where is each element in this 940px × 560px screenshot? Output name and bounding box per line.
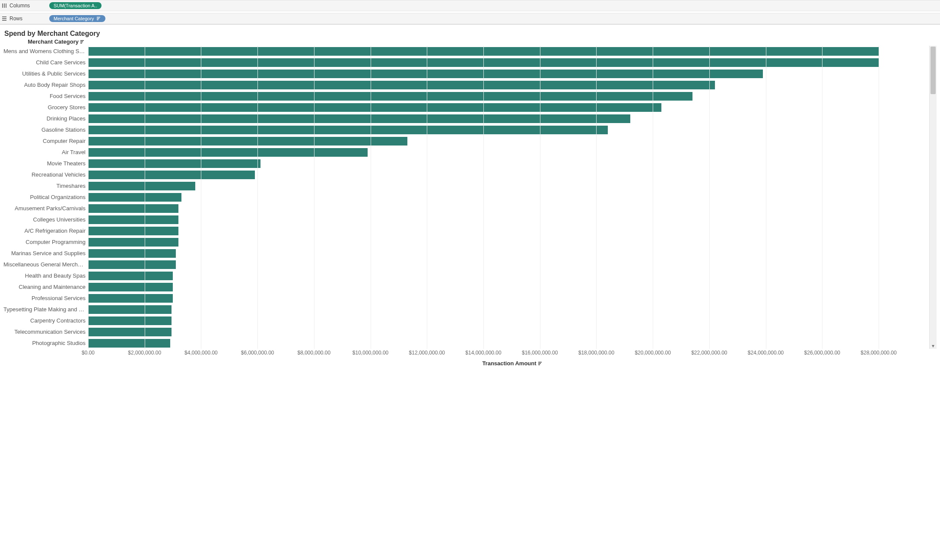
x-tick-label: $8,000,000.00: [297, 350, 330, 356]
category-label: Colleges Universities: [3, 214, 88, 225]
bar-row: [88, 237, 879, 248]
bar-row: [88, 57, 879, 68]
bar-row: [88, 326, 879, 338]
bar[interactable]: [88, 272, 173, 280]
category-label: Movie Theaters: [3, 158, 88, 169]
bar-row: [88, 315, 879, 326]
bar[interactable]: [88, 137, 407, 146]
chart-frame: Mens and Womens Clothing StoresChild Car…: [3, 46, 937, 349]
category-label: Mens and Womens Clothing Stores: [3, 46, 88, 57]
bar[interactable]: [88, 92, 692, 101]
category-label: Marinas Service and Supplies: [3, 248, 88, 259]
scroll-thumb[interactable]: [930, 47, 936, 94]
category-label: Computer Repair: [3, 136, 88, 147]
svg-rect-4: [2, 18, 6, 19]
rows-pill-merchant-category[interactable]: Merchant Category: [49, 15, 105, 22]
x-tick-label: $14,000,000.00: [465, 350, 501, 356]
columns-pill-label: SUM(Transaction A..: [54, 3, 97, 8]
sort-desc-icon: [538, 361, 543, 366]
bar-row: [88, 259, 879, 270]
value-axis-title-text: Transaction Amount: [482, 360, 536, 367]
columns-shelf[interactable]: Columns SUM(Transaction A..: [0, 0, 940, 11]
bar-row: [88, 136, 879, 147]
category-label: A/C Refrigeration Repair: [3, 225, 88, 237]
svg-rect-9: [80, 40, 84, 41]
bar[interactable]: [88, 58, 879, 67]
category-label: Professional Services: [3, 293, 88, 304]
bar[interactable]: [88, 249, 176, 258]
bar[interactable]: [88, 114, 630, 123]
bar-row: [88, 225, 879, 237]
chart-title: Spend by Merchant Category: [4, 30, 937, 38]
category-label: Timeshares: [3, 180, 88, 192]
x-tick-label: $24,000,000.00: [748, 350, 784, 356]
bar-row: [88, 169, 879, 180]
bar[interactable]: [88, 81, 715, 89]
vertical-scrollbar[interactable]: ▴ ▾: [929, 46, 937, 349]
bar[interactable]: [88, 182, 195, 190]
category-label: Health and Beauty Spas: [3, 270, 88, 282]
svg-rect-1: [4, 3, 5, 8]
bar[interactable]: [88, 159, 260, 168]
category-label: Telecommunication Services: [3, 326, 88, 338]
value-axis-title: Transaction Amount: [88, 360, 937, 367]
bar[interactable]: [88, 70, 763, 78]
bar[interactable]: [88, 305, 171, 314]
bar-row: [88, 304, 879, 315]
svg-rect-14: [538, 364, 540, 365]
x-tick-label: $26,000,000.00: [804, 350, 840, 356]
bar-row: [88, 124, 879, 136]
x-tick-label: $10,000,000.00: [352, 350, 388, 356]
bar-row: [88, 338, 879, 349]
x-tick-label: $6,000,000.00: [241, 350, 274, 356]
plot-area[interactable]: [88, 46, 879, 349]
bar[interactable]: [88, 215, 178, 224]
rows-shelf[interactable]: Rows Merchant Category: [0, 13, 940, 24]
columns-pill-transaction-amount[interactable]: SUM(Transaction A..: [49, 2, 102, 9]
bar[interactable]: [88, 193, 181, 202]
category-label: Miscellaneous General Merchandise: [3, 259, 88, 270]
category-axis-title: Merchant Category: [3, 38, 88, 45]
bar-row: [88, 282, 879, 293]
category-axis-title-text: Merchant Category: [28, 38, 79, 45]
category-label: Child Care Services: [3, 57, 88, 68]
bar[interactable]: [88, 339, 170, 348]
svg-rect-13: [538, 363, 541, 364]
bar[interactable]: [88, 148, 368, 157]
bar[interactable]: [88, 204, 178, 213]
bar[interactable]: [88, 47, 879, 56]
category-label: Auto Body Repair Shops: [3, 79, 88, 91]
bar-row: [88, 79, 879, 91]
svg-rect-10: [80, 41, 83, 42]
category-label: Recreational Vehicles: [3, 169, 88, 180]
bar[interactable]: [88, 260, 176, 269]
bar[interactable]: [88, 171, 255, 179]
svg-rect-3: [2, 16, 6, 17]
sort-desc-icon: [97, 16, 101, 21]
sort-desc-icon: [80, 40, 85, 44]
bar[interactable]: [88, 238, 178, 247]
bar[interactable]: [88, 283, 173, 291]
bar[interactable]: [88, 227, 178, 235]
bar[interactable]: [88, 103, 661, 112]
category-label: Utilities & Public Services: [3, 68, 88, 79]
x-tick-label: $2,000,000.00: [128, 350, 161, 356]
bar[interactable]: [88, 294, 173, 303]
category-label: Gasoline Stations: [3, 124, 88, 136]
scroll-down-icon[interactable]: ▾: [930, 343, 937, 349]
svg-rect-6: [97, 17, 100, 18]
svg-rect-7: [97, 18, 99, 19]
category-label: Carpentry Contractors: [3, 315, 88, 326]
category-label: Drinking Places: [3, 113, 88, 124]
worksheet: Spend by Merchant Category Merchant Cate…: [0, 25, 940, 370]
svg-rect-11: [80, 43, 82, 44]
bar[interactable]: [88, 328, 171, 336]
bar-row: [88, 113, 879, 124]
category-labels: Mens and Womens Clothing StoresChild Car…: [3, 46, 88, 349]
bar[interactable]: [88, 126, 608, 134]
x-tick-label: $22,000,000.00: [691, 350, 727, 356]
bar[interactable]: [88, 316, 171, 325]
category-label: Political Organizations: [3, 192, 88, 203]
x-tick-label: $0.00: [82, 350, 95, 356]
svg-rect-2: [6, 3, 6, 8]
